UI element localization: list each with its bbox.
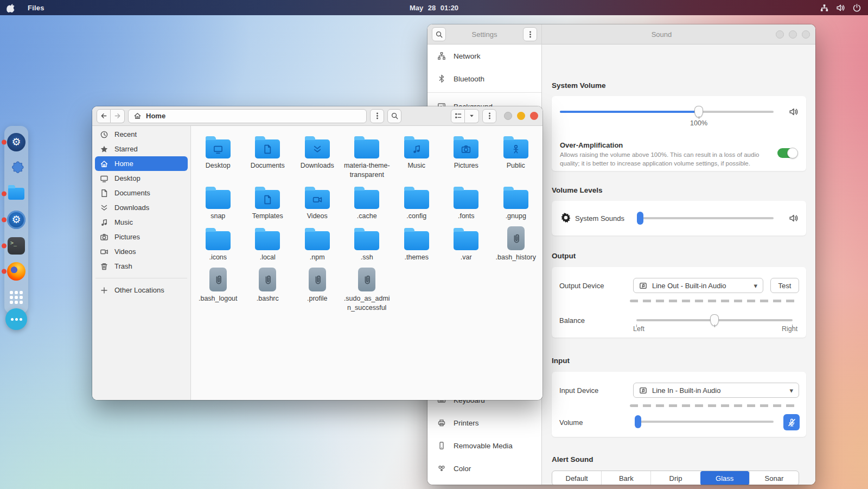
files-minimize-button[interactable] [504,112,512,120]
alert-sound-options: DefaultBarkDripGlassSonar [552,471,799,485]
file-item-sudo_as_admin_successful[interactable]: .sudo_as_admin_successful [342,265,392,313]
test-button[interactable]: Test [770,278,799,293]
desktop-emblem-icon [213,144,223,154]
view-mode-button[interactable] [451,109,465,123]
folder-item-var[interactable]: .var [442,224,492,262]
folder-item-gnupg[interactable]: .gnupg [491,183,541,221]
file-item-bash_logout[interactable]: .bash_logout [193,265,243,313]
dock-more-button[interactable] [5,308,27,330]
input-volume-slider[interactable] [636,415,774,428]
folder-icon [503,139,528,158]
files-menu-button[interactable] [482,109,496,123]
back-button[interactable] [97,109,111,123]
folder-item-themes[interactable]: .themes [392,224,442,262]
files-maximize-button[interactable] [517,112,525,120]
dock-item-app-grid[interactable] [7,288,26,307]
alert-sound-option-drip[interactable]: Drip [650,471,700,485]
file-item-profile[interactable]: .profile [292,265,342,313]
file-label: .themes [405,253,429,262]
folder-item-public[interactable]: Public [491,132,541,180]
soundcard-icon [639,386,647,395]
sidebar-item-desktop[interactable]: Desktop [95,171,188,186]
dock-item-settings[interactable]: ⚙ [7,132,26,152]
alert-sound-option-default[interactable]: Default [552,471,601,485]
sidebar-item-downloads[interactable]: Downloads [95,200,188,215]
dock-item-firefox[interactable] [7,262,26,281]
folder-item-materia-theme-transparent[interactable]: materia-theme-transparent [342,132,392,180]
input-device-dropdown[interactable]: Line In - Built-in Audio ▾ [633,383,799,398]
path-menu-button[interactable] [370,109,384,123]
output-device-dropdown[interactable]: Line Out - Built-in Audio ▾ [633,278,763,293]
dock-item-extensions[interactable] [7,158,26,178]
sidebar-item-starred[interactable]: Starred [95,142,188,156]
over-amplification-toggle[interactable] [777,148,797,158]
folder-item-music[interactable]: Music [392,132,442,180]
settings-sidebar-item-network[interactable]: Network [427,45,541,67]
file-label: Videos [307,212,328,221]
system-sounds-slider[interactable] [637,212,774,225]
sidebar-item-pictures[interactable]: Pictures [95,230,188,244]
sidebar-item-videos[interactable]: Videos [95,244,188,259]
sidebar-item-music[interactable]: Music [95,215,188,230]
input-mute-button[interactable] [783,414,800,430]
balance-slider[interactable] [636,314,793,327]
alert-sound-option-glass[interactable]: Glass [700,471,749,485]
settings-search-button[interactable] [432,27,446,41]
folder-item-icons[interactable]: .icons [193,224,243,262]
settings-maximize-button[interactable] [789,30,797,39]
folder-item-desktop[interactable]: Desktop [193,132,243,180]
folder-item-cache[interactable]: .cache [342,183,392,221]
power-tray-icon[interactable] [852,3,861,12]
file-label: .local [260,253,276,262]
settings-menu-button[interactable] [523,27,537,41]
sidebar-item-other-locations[interactable]: Other Locations [95,283,188,297]
alert-sound-option-bark[interactable]: Bark [601,471,650,485]
system-sounds-gear-icon [560,212,571,223]
folder-item-local[interactable]: .local [243,224,293,262]
settings-close-button[interactable] [802,30,810,39]
folder-item-config[interactable]: .config [392,183,442,221]
input-volume-slider-handle[interactable] [635,415,641,428]
dock-item-tweaks[interactable]: ⚙ [7,210,26,230]
dock: ⚙⚙>_ [4,126,28,314]
file-label: .icons [209,253,227,262]
input-heading: Input [552,357,570,365]
system-sounds-slider-handle[interactable] [637,212,643,225]
folder-item-pictures[interactable]: Pictures [442,132,492,180]
settings-sidebar-item-color[interactable]: Color [427,457,541,480]
view-options-button[interactable] [465,109,479,123]
file-item-bashrc[interactable]: .bashrc [243,265,293,313]
folder-item-videos[interactable]: Videos [292,183,342,221]
sidebar-item-home[interactable]: Home [95,156,188,171]
dock-item-terminal[interactable]: >_ [7,236,26,256]
folder-item-downloads[interactable]: Downloads [292,132,342,180]
folder-item-ssh[interactable]: .ssh [342,224,392,262]
files-close-button[interactable] [530,112,538,120]
folder-icon [255,231,280,250]
system-sounds-speaker-icon [789,213,799,223]
sidebar-item-documents[interactable]: Documents [95,186,188,200]
folder-item-snap[interactable]: snap [193,183,243,221]
folder-item-fonts[interactable]: .fonts [442,183,492,221]
alert-sound-option-sonar[interactable]: Sonar [749,471,799,485]
dock-item-files[interactable] [7,184,26,204]
files-search-button[interactable] [387,109,401,123]
folder-item-templates[interactable]: Templates [243,183,293,221]
settings-sidebar-item-bluetooth[interactable]: Bluetooth [427,67,541,90]
output-level-meter [630,300,799,302]
sidebar-item-recent[interactable]: Recent [95,127,188,142]
volume-levels-heading: Volume Levels [552,186,603,194]
clock[interactable]: May 28 01:20 [0,4,868,12]
settings-minimize-button[interactable] [776,30,784,39]
folder-item-npm[interactable]: .npm [292,224,342,262]
folder-item-documents[interactable]: Documents [243,132,293,180]
forward-button[interactable] [111,109,125,123]
sidebar-item-trash[interactable]: Trash [95,259,188,274]
network-tray-icon[interactable] [820,3,829,12]
path-bar[interactable]: Home [128,109,367,123]
settings-sidebar-item-removable-media[interactable]: Removable Media [427,434,541,457]
settings-sidebar-item-printers[interactable]: Printers [427,411,541,434]
system-volume-slider[interactable]: 100% [560,105,774,118]
volume-tray-icon[interactable] [836,3,845,12]
file-item-bash_history[interactable]: .bash_history [491,224,541,262]
